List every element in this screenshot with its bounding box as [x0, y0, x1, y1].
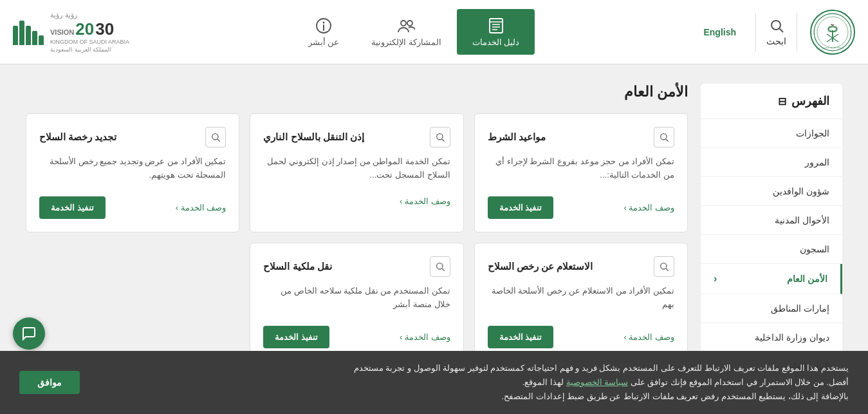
card-search-icon-police[interactable]: [654, 127, 674, 147]
expatriates-label: شؤون الوافدين: [773, 186, 829, 196]
service-card-police-appointments: مواعيد الشرط تمكن الأفراد من حجز موعد بف…: [474, 113, 688, 232]
search-button[interactable]: ابحث: [755, 13, 797, 52]
svg-point-10: [771, 21, 780, 30]
magnify-icon-4: [659, 261, 669, 272]
svg-line-29: [666, 268, 669, 271]
sidebar: الفهرس ⊟ الجوازات المرور شؤون الوافدين ا…: [701, 84, 842, 381]
people-icon: [397, 17, 415, 35]
firearms-desc-link[interactable]: وصف الخدمة: [400, 196, 450, 206]
sidebar-item-emirates[interactable]: إمارات المناطق: [701, 294, 842, 323]
filter-icon: ⊟: [778, 95, 786, 108]
transfer-title: نقل ملكية السلاح: [263, 261, 331, 272]
transfer-actions: وصف الخدمة تنفيذ الخدمة: [263, 326, 450, 348]
service-card-weapon-inquiry: الاستعلام عن رخص السلاح تمكين الأفراد من…: [474, 243, 688, 362]
cookie-text-line1: يستخدم هذا الموقع ملفات تعريف الارتباط ل…: [354, 363, 849, 373]
services-area: الأمن العام مواعيد الشرط تمكن الأفراد من…: [26, 84, 688, 381]
service-card-renew-weapon: تجديد رخصة السلاح تمكين الأفراد من عرض و…: [26, 113, 239, 232]
passports-label: الجوازات: [796, 128, 829, 138]
card-search-icon-renew[interactable]: [205, 127, 226, 147]
cookie-accept-button[interactable]: موافق: [19, 371, 80, 394]
vision-2030-logo: رؤية رؤية VISION 20 30 KINGDOM OF SAUDI …: [50, 11, 129, 53]
sidebar-item-passports[interactable]: الجوازات: [701, 119, 842, 148]
cookie-text-line2: أفضل. من خلال الاستمرار في استخدام الموق…: [631, 377, 849, 387]
search-label: ابحث: [766, 36, 786, 46]
svg-line-11: [779, 28, 783, 32]
svg-text:المملكة العربية السعودية: المملكة العربية السعودية: [822, 46, 844, 49]
chat-icon: [21, 326, 37, 341]
absher-logo-bars: [13, 19, 44, 45]
transfer-execute-btn[interactable]: تنفيذ الخدمة: [263, 326, 329, 348]
sidebar-item-traffic[interactable]: المرور: [701, 148, 842, 177]
police-desc-link[interactable]: وصف الخدمة: [623, 203, 674, 212]
svg-line-31: [442, 268, 445, 271]
sidebar-title: الفهرس: [791, 94, 829, 108]
transfer-desc-link[interactable]: وصف الخدمة: [400, 332, 450, 342]
nav-services-guide[interactable]: دليل الخدمات: [457, 9, 535, 55]
renew-title: تجديد رخصة السلاح: [39, 131, 116, 143]
card-search-icon-inquiry[interactable]: [654, 256, 674, 277]
cookie-text: يستخدم هذا الموقع ملفات تعريف الارتباط ل…: [93, 361, 849, 400]
card-header-renew: تجديد رخصة السلاح: [39, 127, 226, 147]
police-actions: وصف الخدمة تنفيذ الخدمة: [488, 196, 674, 219]
public-security-label: الأمن العام: [787, 274, 827, 284]
card-search-icon-firearms[interactable]: [430, 127, 450, 147]
svg-line-25: [442, 139, 445, 142]
magnify-icon-3: [210, 132, 221, 142]
nav-about-label: عن أبشر: [308, 37, 340, 47]
language-link[interactable]: English: [697, 27, 743, 37]
inquiry-desc: تمكين الأفراد من الاستعلام عن رخص الأسلح…: [488, 285, 674, 315]
info-icon: [315, 17, 333, 35]
sidebar-item-public-security[interactable]: الأمن العام ‹: [701, 264, 842, 294]
cookie-content: يستخدم هذا الموقع ملفات تعريف الارتباط ل…: [19, 361, 849, 400]
svg-point-18: [407, 21, 412, 26]
services-grid: مواعيد الشرط تمكن الأفراد من حجز موعد بف…: [26, 113, 688, 362]
civil-affairs-label: الأحوال المدنية: [775, 215, 829, 225]
card-header-firearms: إذن التنقل بالسلاح الناري: [263, 127, 450, 147]
card-search-icon-transfer[interactable]: [430, 256, 450, 277]
cookie-bar: يستخدم هذا الموقع ملفات تعريف الارتباط ل…: [0, 351, 868, 400]
magnify-icon: [659, 132, 669, 142]
magnify-icon-5: [435, 261, 445, 272]
kingdom-label: KINGDOM OF SAUDI ARABIA: [50, 39, 129, 45]
sidebar-item-expatriates[interactable]: شؤون الوافدين: [701, 177, 842, 206]
renew-desc-link[interactable]: وصف الخدمة: [176, 203, 226, 212]
svg-rect-12: [490, 19, 503, 33]
sidebar-item-civil-affairs[interactable]: الأحوال المدنية: [701, 206, 842, 235]
card-header-police: مواعيد الشرط: [488, 127, 674, 147]
service-card-transfer-weapon: نقل ملكية السلاح تمكن المستخدم من نقل مل…: [250, 243, 463, 362]
renew-execute-btn[interactable]: تنفيذ الخدمة: [39, 196, 106, 219]
services-section-title: الأمن العام: [26, 84, 688, 100]
chevron-left-icon: ‹: [714, 273, 717, 285]
magnify-icon-2: [435, 132, 445, 142]
firearms-title: إذن التنقل بالسلاح الناري: [263, 131, 364, 143]
police-desc: تمكن الأفراد من حجز موعد بفروع الشرط لإج…: [488, 155, 674, 186]
firearms-desc: تمكن الخدمة المواطن من إصدار إذن إلكترون…: [263, 155, 450, 186]
service-card-firearms-travel: إذن التنقل بالسلاح الناري تمكن الخدمة ال…: [250, 113, 463, 232]
inquiry-actions: وصف الخدمة تنفيذ الخدمة: [488, 326, 674, 348]
header: 🦅 المملكة العربية السعودية ابحث English …: [0, 0, 868, 64]
nav-about-absher[interactable]: عن أبشر: [291, 9, 356, 55]
search-icon: [769, 18, 784, 33]
inquiry-execute-btn[interactable]: تنفيذ الخدمة: [488, 326, 554, 348]
svg-point-28: [661, 263, 667, 269]
sidebar-item-prisons[interactable]: السجون: [701, 235, 842, 264]
header-branding: رؤية رؤية VISION 20 30 KINGDOM OF SAUDI …: [13, 11, 129, 53]
privacy-policy-link[interactable]: سياسة الخصوصية: [566, 377, 629, 387]
renew-actions: وصف الخدمة تنفيذ الخدمة: [39, 196, 226, 219]
svg-point-17: [401, 21, 406, 26]
chat-button[interactable]: [13, 317, 45, 350]
ksa-arabic-label: المملكة العربية السعودية: [50, 46, 111, 53]
traffic-label: المرور: [805, 157, 829, 167]
card-header-transfer: نقل ملكية السلاح: [263, 256, 450, 277]
inquiry-desc-link[interactable]: وصف الخدمة: [623, 332, 674, 342]
nav-e-participation[interactable]: المشاركة الإلكترونية: [356, 9, 457, 55]
svg-line-23: [666, 139, 669, 142]
firearms-actions: وصف الخدمة: [263, 196, 450, 206]
card-header-inquiry: الاستعلام عن رخص السلاح: [488, 256, 674, 277]
police-execute-btn[interactable]: تنفيذ الخدمة: [488, 196, 554, 219]
renew-desc: تمكين الأفراد من عرض وتجديد جميع رخص الأ…: [39, 155, 226, 186]
inquiry-title: الاستعلام عن رخص السلاح: [488, 261, 593, 272]
main-content: الفهرس ⊟ الجوازات المرور شؤون الوافدين ا…: [0, 64, 868, 400]
sidebar-item-royal-court[interactable]: ديوان وزارة الداخلية: [701, 323, 842, 352]
svg-point-22: [661, 134, 667, 140]
